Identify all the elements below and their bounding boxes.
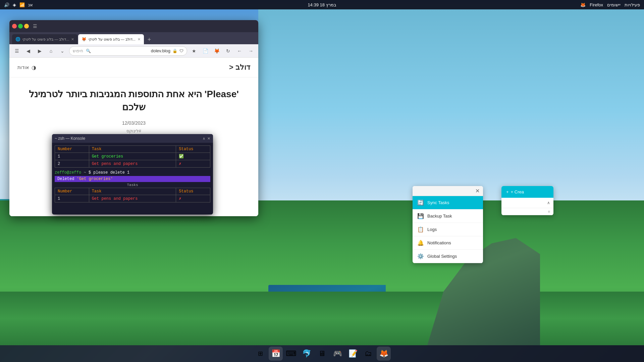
browser-toolbar: ☰ ◀ ▶ ⌂ ⌄ חיפוש 🔍 dolev.blog 🔒 🛡 ★ 📄 🦊 ↻…: [9, 44, 258, 58]
terminal-window: ~ zsh — Konsole ∧ ✕ Number Task Status: [52, 134, 213, 215]
topbar-apps[interactable]: יישומים: [607, 2, 621, 7]
backup-task-item[interactable]: 💾 Backup Task: [413, 209, 483, 223]
sync-tasks-icon: 🔄: [417, 199, 424, 206]
terminal-deleted-message: Deleted 'Get groceries': [55, 176, 210, 182]
topbar: 🔊 ◈ 📶 אנ 14:39 18 במרץ פעילויות יישומים …: [0, 0, 644, 9]
wifi-icon[interactable]: 📶: [19, 2, 25, 7]
back-button[interactable]: ◀: [23, 46, 33, 56]
nav-about[interactable]: אודות: [17, 65, 29, 70]
refresh-button[interactable]: ↻: [223, 46, 233, 56]
keyboard-icon[interactable]: ⌨: [284, 347, 298, 361]
bluetooth-icon[interactable]: ◈: [13, 2, 16, 7]
calendar-icon[interactable]: 📅: [269, 347, 283, 361]
search-icon: 🔍: [86, 49, 91, 53]
topbar-activities[interactable]: פעילויות: [625, 2, 640, 7]
dolphin-icon[interactable]: 🐬: [300, 347, 314, 361]
row1b-number: 1: [55, 195, 89, 202]
nav-back-button[interactable]: ←: [235, 46, 244, 56]
tab-inactive[interactable]: 🌐 דולב — בלוג פשוט על לינוקי... ✕: [12, 34, 77, 44]
maximize-button[interactable]: ⬛: [18, 24, 23, 28]
row1-task: Get groceries: [89, 153, 176, 160]
row2-task: Get pens and papers: [89, 160, 176, 168]
address-text: dolev.blog: [151, 48, 170, 53]
col-status-1: Status: [176, 146, 210, 153]
terminal-controls: ∧ ✕: [203, 136, 210, 141]
article-title: 'Please' היא אחת התוספות המגניבות ביותר …: [23, 87, 245, 114]
global-settings-label: Global Settings: [427, 254, 457, 259]
article-tag: #לינוקס: [23, 128, 245, 133]
chevron-expand[interactable]: ∧: [501, 198, 553, 208]
app-grid-icon[interactable]: ⊞: [253, 347, 267, 361]
container-button[interactable]: 🦊: [212, 46, 221, 56]
logs-icon: 📋: [417, 226, 424, 233]
address-bar[interactable]: חיפוש 🔍 dolev.blog 🔒 🛡: [69, 46, 187, 56]
terminal-table-1: Number Task Status 1 Get groceries ✅ 2 G…: [55, 145, 210, 168]
tab-close-icon[interactable]: ✕: [71, 37, 74, 42]
logs-item[interactable]: 📋 Logs: [413, 223, 483, 236]
hamburger-button[interactable]: ☰: [12, 46, 21, 56]
active-tab-favicon: 🦊: [82, 37, 87, 42]
terminal-chevron[interactable]: ∧: [203, 136, 205, 141]
row1-number: 1: [55, 153, 89, 160]
bookmark-button[interactable]: ★: [189, 46, 199, 56]
global-settings-item[interactable]: ⚙️ Global Settings: [413, 250, 483, 263]
create-button[interactable]: + + Crea: [501, 186, 553, 198]
topbar-right: פעילויות יישומים Firefox 🦊: [580, 2, 640, 7]
new-tab-button[interactable]: +: [145, 35, 154, 44]
close-button[interactable]: ✕: [12, 24, 17, 28]
article-date: 12/03/2023: [23, 120, 245, 126]
nav-forward-button[interactable]: →: [246, 46, 256, 56]
active-tab-close-icon[interactable]: ✕: [138, 37, 141, 42]
row1-status: ✅: [176, 153, 210, 160]
minimize-button[interactable]: —: [24, 24, 29, 28]
row1b-task: Get pens and papers: [89, 195, 176, 202]
prompt-dollar: $: [89, 170, 93, 175]
create-btn-panel: + + Crea ∧ ≡: [501, 186, 553, 215]
blog-logo[interactable]: דולב <: [229, 63, 250, 72]
col-number-2: Number: [55, 188, 89, 195]
prompt-command: please delete 1: [93, 170, 129, 175]
notes-icon[interactable]: 📝: [346, 347, 360, 361]
terminal-titlebar: ~ zsh — Konsole ∧ ✕: [52, 134, 213, 143]
notifications-label: Notifications: [427, 240, 451, 245]
home-button[interactable]: ⌂: [46, 46, 56, 56]
col-task-1: Task: [89, 146, 176, 153]
panel-divider: ≡: [501, 208, 553, 215]
audio-icon[interactable]: 🔊: [4, 2, 9, 7]
topbar-time: 14:39 18 במרץ: [308, 2, 336, 7]
blog-nav: ◑ אודות: [17, 64, 36, 71]
reader-mode-button[interactable]: 📄: [201, 46, 210, 56]
sync-panel-close[interactable]: ✕: [413, 186, 483, 196]
desktop: 🔊 ◈ 📶 אנ 14:39 18 במרץ פעילויות יישומים …: [0, 0, 644, 362]
menu-icon[interactable]: ☰: [33, 23, 37, 29]
close-icon[interactable]: ✕: [475, 188, 480, 194]
tab-active[interactable]: 🦊 דולב — בלוג פשוט על לינוקי... ✕: [78, 34, 144, 44]
deleted-item: 'Get groceries': [77, 177, 113, 181]
more-tabs-button[interactable]: ⌄: [58, 46, 67, 56]
col-task-2: Task: [89, 188, 176, 195]
terminal-cross[interactable]: ✕: [207, 136, 210, 141]
tab-label: דולב — בלוג פשוט על לינוקי...: [22, 37, 69, 42]
backup-task-icon: 💾: [417, 213, 424, 219]
row1b-status: ✗: [176, 195, 210, 202]
files-icon[interactable]: 🗂: [361, 347, 375, 361]
notifications-item[interactable]: 🔔 Notifications: [413, 236, 483, 250]
forward-button[interactable]: ▶: [35, 46, 44, 56]
terminal-title: ~ zsh — Konsole: [55, 136, 85, 141]
sync-tasks-item[interactable]: 🔄 Sync Tasks: [413, 196, 483, 209]
settings-icon[interactable]: 🎮: [330, 347, 344, 361]
sync-tasks-label: Sync Tasks: [427, 200, 449, 205]
table-row: 2 Get pens and papers ✗: [55, 160, 210, 168]
create-btn-label: + Crea: [511, 189, 524, 194]
language-label: אנ: [28, 2, 33, 7]
topbar-firefox[interactable]: Firefox: [590, 2, 603, 7]
sync-panel: ✕ 🔄 Sync Tasks 💾 Backup Task 📋 Logs 🔔 No…: [413, 186, 483, 263]
terminal-icon[interactable]: 🖥: [315, 347, 329, 361]
active-tab-label: דולב — בלוג פשוט על לינוקי...: [89, 37, 135, 42]
browser-titlebar: ✕ ⬛ — ☰: [9, 20, 258, 32]
logs-label: Logs: [427, 227, 437, 232]
prompt-user: zeffo@zeffo: [55, 170, 81, 175]
terminal-prompt: zeffo@zeffo ~ $ please delete 1: [55, 170, 210, 175]
firefox-taskbar-icon[interactable]: 🦊: [377, 347, 391, 361]
row2-number: 2: [55, 160, 89, 168]
